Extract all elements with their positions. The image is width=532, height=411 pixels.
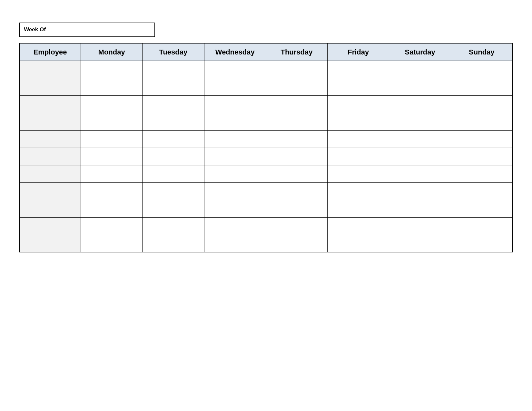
employee-input[interactable]: [20, 200, 81, 217]
day-input[interactable]: [81, 131, 142, 148]
day-input[interactable]: [81, 148, 142, 165]
day-input[interactable]: [266, 183, 327, 200]
day-input[interactable]: [328, 165, 389, 182]
day-input[interactable]: [266, 218, 327, 235]
schedule-table: Employee Monday Tuesday Wednesday Thursd…: [19, 43, 513, 252]
day-input[interactable]: [81, 235, 142, 252]
day-input[interactable]: [451, 165, 512, 182]
day-input[interactable]: [143, 61, 204, 78]
day-input[interactable]: [143, 78, 204, 95]
day-input[interactable]: [81, 113, 142, 130]
day-input[interactable]: [451, 218, 512, 235]
day-cell: [451, 218, 512, 235]
day-input[interactable]: [389, 78, 450, 95]
day-input[interactable]: [81, 183, 142, 200]
day-cell: [204, 131, 266, 148]
day-input[interactable]: [451, 235, 512, 252]
employee-input[interactable]: [20, 61, 81, 78]
day-input[interactable]: [451, 78, 512, 95]
day-input[interactable]: [143, 200, 204, 217]
day-input[interactable]: [81, 78, 142, 95]
day-input[interactable]: [266, 131, 327, 148]
day-input[interactable]: [328, 218, 389, 235]
day-cell: [143, 183, 204, 200]
day-input[interactable]: [204, 235, 266, 252]
day-cell: [389, 61, 451, 78]
day-input[interactable]: [389, 165, 450, 182]
day-input[interactable]: [451, 113, 512, 130]
day-input[interactable]: [451, 148, 512, 165]
day-input[interactable]: [328, 148, 389, 165]
day-input[interactable]: [389, 61, 450, 78]
day-input[interactable]: [204, 113, 266, 130]
employee-cell: [20, 218, 81, 235]
day-input[interactable]: [451, 200, 512, 217]
employee-input[interactable]: [20, 183, 81, 200]
day-input[interactable]: [266, 78, 327, 95]
day-cell: [143, 131, 204, 148]
day-input[interactable]: [81, 96, 142, 113]
day-input[interactable]: [143, 235, 204, 252]
day-input[interactable]: [328, 235, 389, 252]
day-input[interactable]: [328, 200, 389, 217]
day-input[interactable]: [204, 61, 266, 78]
day-input[interactable]: [204, 218, 266, 235]
day-input[interactable]: [266, 200, 327, 217]
day-input[interactable]: [389, 200, 450, 217]
day-input[interactable]: [143, 165, 204, 182]
day-input[interactable]: [204, 131, 266, 148]
day-input[interactable]: [204, 78, 266, 95]
day-input[interactable]: [389, 113, 450, 130]
table-row: [20, 235, 513, 252]
day-input[interactable]: [389, 218, 450, 235]
day-input[interactable]: [266, 148, 327, 165]
day-input[interactable]: [266, 235, 327, 252]
week-of-input[interactable]: [50, 23, 154, 36]
day-input[interactable]: [389, 131, 450, 148]
day-input[interactable]: [328, 183, 389, 200]
day-input[interactable]: [81, 200, 142, 217]
day-input[interactable]: [266, 165, 327, 182]
day-input[interactable]: [81, 218, 142, 235]
day-input[interactable]: [451, 131, 512, 148]
employee-input[interactable]: [20, 235, 81, 252]
day-input[interactable]: [266, 61, 327, 78]
day-input[interactable]: [204, 148, 266, 165]
day-input[interactable]: [143, 183, 204, 200]
day-input[interactable]: [143, 218, 204, 235]
employee-input[interactable]: [20, 148, 81, 165]
day-input[interactable]: [204, 183, 266, 200]
day-input[interactable]: [451, 61, 512, 78]
day-input[interactable]: [143, 148, 204, 165]
day-input[interactable]: [389, 183, 450, 200]
day-input[interactable]: [204, 96, 266, 113]
day-input[interactable]: [328, 113, 389, 130]
day-input[interactable]: [451, 96, 512, 113]
day-input[interactable]: [389, 96, 450, 113]
day-input[interactable]: [143, 113, 204, 130]
day-input[interactable]: [266, 96, 327, 113]
employee-input[interactable]: [20, 96, 81, 113]
day-input[interactable]: [81, 61, 142, 78]
day-cell: [204, 96, 266, 113]
day-input[interactable]: [328, 131, 389, 148]
day-input[interactable]: [266, 113, 327, 130]
day-input[interactable]: [328, 61, 389, 78]
employee-input[interactable]: [20, 218, 81, 235]
day-input[interactable]: [389, 148, 450, 165]
day-input[interactable]: [204, 200, 266, 217]
day-input[interactable]: [143, 96, 204, 113]
day-input[interactable]: [81, 165, 142, 182]
day-input[interactable]: [328, 78, 389, 95]
day-input[interactable]: [143, 131, 204, 148]
employee-input[interactable]: [20, 113, 81, 130]
day-input[interactable]: [389, 235, 450, 252]
employee-input[interactable]: [20, 78, 81, 95]
day-input[interactable]: [204, 165, 266, 182]
day-input[interactable]: [451, 183, 512, 200]
day-input[interactable]: [328, 96, 389, 113]
employee-input[interactable]: [20, 165, 81, 182]
day-cell: [81, 78, 143, 96]
day-cell: [81, 218, 143, 235]
employee-input[interactable]: [20, 131, 81, 148]
